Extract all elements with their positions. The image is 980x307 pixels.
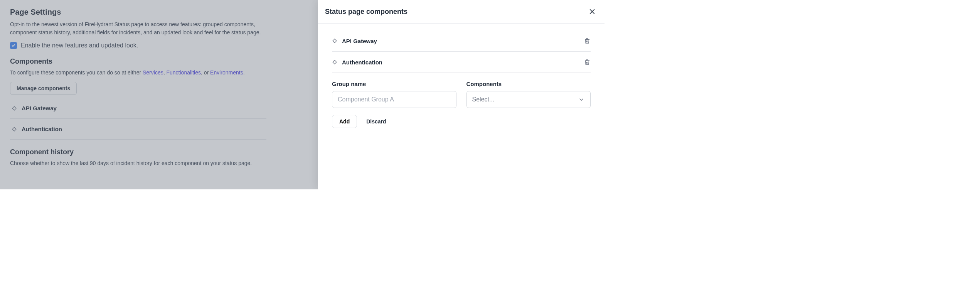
component-list-item: API Gateway [10,98,266,119]
diamond-icon [12,106,17,111]
drawer-body: API Gateway Authentication Group name [318,24,605,135]
close-icon [588,8,596,15]
action-row: Add Discard [332,115,591,128]
sep2: , or [201,69,210,76]
chevron-down-icon [578,96,585,103]
delete-button[interactable] [584,37,591,44]
group-name-label: Group name [332,81,456,87]
svg-rect-3 [333,60,337,64]
discard-button[interactable]: Discard [366,118,386,125]
drawer-header: Status page components [318,0,605,24]
enable-checkbox[interactable] [10,42,17,49]
components-select-label: Components [466,81,591,87]
trash-icon [584,37,591,44]
svg-rect-2 [333,39,337,43]
manage-components-button[interactable]: Manage components [10,82,77,95]
component-list-item: Authentication [10,119,266,140]
diamond-icon [332,38,337,44]
enable-label: Enable the new features and updated look… [21,42,138,49]
check-icon [11,43,16,48]
components-drawer: Status page components API Gateway Authe… [318,0,605,189]
component-label: API Gateway [22,105,57,111]
drawer-component-item: Authentication [332,52,591,73]
delete-button[interactable] [584,59,591,66]
components-select-col: Components Select... [466,81,591,108]
trash-icon [584,59,591,66]
add-button[interactable]: Add [332,115,357,128]
drawer-component-item: API Gateway [332,30,591,52]
chevron-wrap [573,91,585,108]
drawer-item-label: Authentication [342,59,584,66]
drawer-item-label: API Gateway [342,38,584,44]
svg-rect-1 [12,127,16,131]
group-name-col: Group name [332,81,456,108]
diamond-icon [332,59,337,65]
page-intro: Opt-in to the newest version of FireHydr… [10,20,264,37]
component-label: Authentication [22,126,62,132]
group-form-row: Group name Components Select... [332,81,591,108]
select-placeholder: Select... [472,96,495,103]
group-name-input[interactable] [332,91,456,108]
drawer-title: Status page components [325,8,407,16]
desc-prefix: To configure these components you can do… [10,69,143,76]
svg-rect-0 [12,106,16,110]
functionalities-link[interactable]: Functionalities [166,69,201,76]
close-button[interactable] [587,6,598,17]
environments-link[interactable]: Environments [210,69,243,76]
sep3: . [243,69,245,76]
components-select[interactable]: Select... [466,91,591,108]
services-link[interactable]: Services [143,69,163,76]
diamond-icon [12,127,17,132]
